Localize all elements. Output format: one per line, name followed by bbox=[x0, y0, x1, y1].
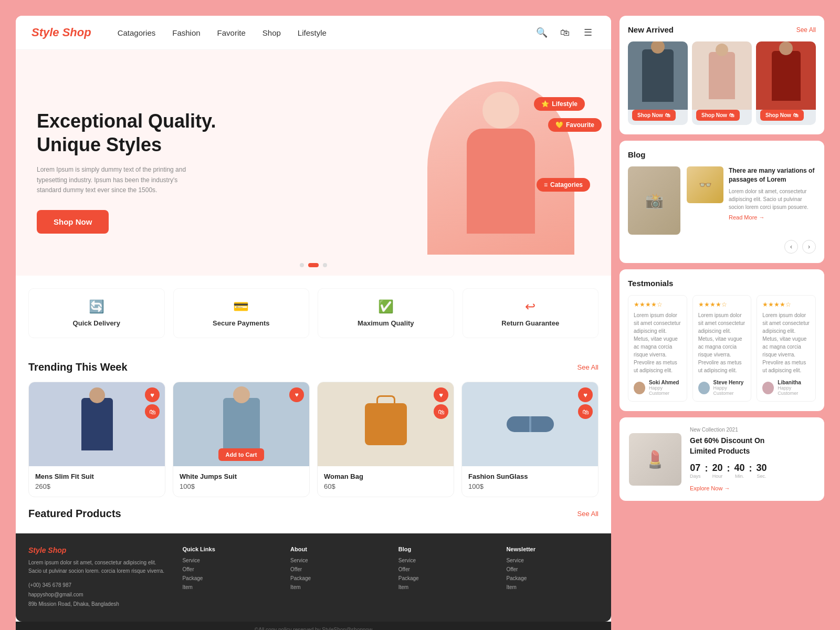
nav-shop[interactable]: Shop bbox=[262, 28, 281, 37]
dot-1[interactable] bbox=[300, 263, 304, 267]
product-cart-3[interactable]: 🛍 bbox=[434, 404, 448, 419]
arrived-item-3: Shop Now 🛍 bbox=[756, 41, 816, 125]
countdown-hours-label: Hour bbox=[712, 474, 723, 479]
add-to-cart-button-2[interactable]: Add to Cart bbox=[218, 448, 265, 461]
testimonial-author-1: Soki Ahmed Happy Customer bbox=[634, 380, 681, 396]
stars-1: ★★★★☆ bbox=[634, 301, 681, 308]
dot-3[interactable] bbox=[323, 263, 327, 267]
testimonials-title: Testmonials bbox=[628, 279, 673, 288]
arrived-figure-3 bbox=[772, 51, 801, 101]
featured-see-all[interactable]: See All bbox=[578, 510, 598, 518]
nav-lifestyle[interactable]: Lifestyle bbox=[298, 28, 327, 37]
product-heart-3[interactable]: ♥ bbox=[434, 387, 448, 402]
countdown-minutes-num: 40 bbox=[734, 463, 745, 474]
product-name-3: Woman Bag bbox=[324, 472, 447, 480]
countdown: 07 Days : 20 Hour : 40 Min. : 30 bbox=[690, 463, 767, 479]
sidebar: New Arrived See All Shop Now 🛍 bbox=[620, 16, 824, 630]
author-avatar-1 bbox=[634, 382, 645, 394]
arrived-shop-now-2[interactable]: Shop Now 🛍 bbox=[696, 110, 740, 121]
product-cart-1[interactable]: 🛍 bbox=[145, 404, 160, 419]
shop-now-button[interactable]: Shop Now bbox=[37, 210, 109, 234]
product-figure-4 bbox=[507, 416, 554, 432]
countdown-sep-3: : bbox=[749, 463, 752, 474]
product-heart-2[interactable]: ♥ bbox=[289, 387, 304, 402]
footer-copyright: ©All copy policy reserved by StyleShop@s… bbox=[255, 627, 372, 630]
blog-prev-button[interactable]: ‹ bbox=[784, 240, 798, 254]
arrived-img-1 bbox=[628, 41, 688, 110]
countdown-sep-1: : bbox=[705, 463, 708, 474]
dot-2[interactable] bbox=[308, 263, 319, 267]
trending-header: Trending This Week See All bbox=[28, 361, 598, 373]
footer-brand-text: Lorem ipsum dolor sit amet, consectetur … bbox=[28, 559, 166, 575]
blog-content: 📸 👓 There are many variations of passage… bbox=[628, 166, 816, 235]
trending-title: Trending This Week bbox=[28, 361, 128, 373]
search-icon[interactable]: 🔍 bbox=[534, 25, 549, 40]
cart-icon[interactable]: 🛍 bbox=[558, 25, 572, 40]
footer-logo: Style Shop bbox=[28, 546, 140, 554]
footer-blog-title: Blog bbox=[398, 546, 491, 552]
hero-section: Exceptional Quality. Unique Styles Lorem… bbox=[16, 50, 611, 255]
product-info-4: Fashion SunGlass 100$ bbox=[462, 466, 598, 497]
product-info-3: Woman Bag 60$ bbox=[318, 466, 454, 497]
footer-about-3: Package bbox=[290, 575, 383, 581]
arrived-shop-now-1[interactable]: Shop Now 🛍 bbox=[632, 110, 676, 121]
product-img-3: ♥ 🛍 bbox=[318, 382, 454, 466]
author-info-2: Steve Henry Happy Customer bbox=[713, 380, 746, 396]
countdown-seconds-num: 30 bbox=[757, 463, 767, 474]
menu-icon[interactable]: ☰ bbox=[581, 25, 595, 40]
product-figure-3 bbox=[365, 403, 407, 445]
product-price-2: 100$ bbox=[180, 482, 303, 490]
footer-address: 89b Mission Road, Dhaka, Bangladesh bbox=[28, 600, 166, 609]
arrived-figure-2 bbox=[709, 52, 735, 99]
product-card-1: ♥ 🛍 Mens Slim Fit Suit 260$ bbox=[28, 382, 165, 497]
product-name-2: White Jumps Suit bbox=[180, 472, 303, 480]
max-quality-icon: ✅ bbox=[378, 299, 394, 314]
brand-logo[interactable]: Style Shop bbox=[32, 26, 91, 39]
product-cart-4[interactable]: 🛍 bbox=[578, 404, 593, 419]
footer-nl-4: Item bbox=[506, 584, 598, 590]
new-arrived-see-all[interactable]: See All bbox=[796, 26, 816, 34]
featured-title: Featured Products bbox=[28, 508, 121, 520]
product-img-1: ♥ 🛍 bbox=[29, 382, 165, 466]
navbar: Style Shop Catagories Fashion Favorite S… bbox=[16, 16, 611, 50]
trending-see-all[interactable]: See All bbox=[578, 363, 598, 371]
testimonial-author-2: Steve Henry Happy Customer bbox=[698, 380, 746, 396]
hero-dots bbox=[16, 255, 611, 276]
blog-next-button[interactable]: › bbox=[802, 240, 816, 254]
stars-3: ★★★★☆ bbox=[762, 301, 810, 308]
quick-delivery-icon: 🔄 bbox=[89, 299, 104, 314]
footer-blog: Blog Service Offer Package Item bbox=[398, 546, 491, 609]
explore-now-button[interactable]: Explore Now → bbox=[690, 485, 767, 491]
testimonials-card: Testmonials ★★★★☆ Lorem ipsum dolor sit … bbox=[620, 269, 824, 411]
arrived-shop-now-3[interactable]: Shop Now 🛍 bbox=[760, 110, 804, 121]
max-quality-label: Maximum Quality bbox=[358, 319, 414, 327]
feature-return-guarantee: ↩ Return Guarantee bbox=[463, 288, 599, 338]
nav-links: Catagories Fashion Favorite Shop Lifesty… bbox=[118, 28, 534, 37]
nav-fashion[interactable]: Fashion bbox=[172, 28, 200, 37]
testimonial-1: ★★★★☆ Lorem ipsum dolor sit amet consect… bbox=[628, 295, 687, 402]
promo-card: 💄 New Collection 2021 Get 60% Discount O… bbox=[620, 417, 824, 501]
author-name-3: Libanitha bbox=[778, 380, 810, 385]
blog-nav: ‹ › bbox=[628, 240, 816, 254]
footer-nl-2: Offer bbox=[506, 566, 598, 572]
author-name-2: Steve Henry bbox=[713, 380, 746, 385]
blog-read-more[interactable]: Read More → bbox=[729, 214, 816, 220]
countdown-seconds: 30 Sec. bbox=[757, 463, 767, 479]
footer-nl-3: Package bbox=[506, 575, 598, 581]
author-role-1: Happy Customer bbox=[649, 385, 681, 396]
countdown-minutes: 40 Min. bbox=[734, 463, 745, 479]
testimonial-text-3: Lorem ipsum dolor sit amet consectetur a… bbox=[762, 311, 810, 374]
nav-favorite[interactable]: Favorite bbox=[217, 28, 246, 37]
product-figure-1 bbox=[81, 398, 113, 450]
trending-section: Trending This Week See All ♥ 🛍 Mens Slim… bbox=[16, 351, 611, 508]
badge-lifestyle: ⭐Lifestyle bbox=[534, 97, 585, 111]
product-heart-1[interactable]: ♥ bbox=[145, 387, 160, 402]
author-role-3: Happy Customer bbox=[778, 385, 810, 396]
trending-products: ♥ 🛍 Mens Slim Fit Suit 260$ ♥ Add to Car… bbox=[28, 382, 598, 497]
footer-newsletter-title: Newsletter bbox=[506, 546, 598, 552]
nav-catagories[interactable]: Catagories bbox=[118, 28, 156, 37]
product-heart-4[interactable]: ♥ bbox=[578, 387, 593, 402]
footer-about: About Service Offer Package Item bbox=[290, 546, 383, 609]
product-price-1: 260$ bbox=[35, 482, 159, 490]
footer-blog-list: Service Offer Package Item bbox=[398, 558, 491, 590]
